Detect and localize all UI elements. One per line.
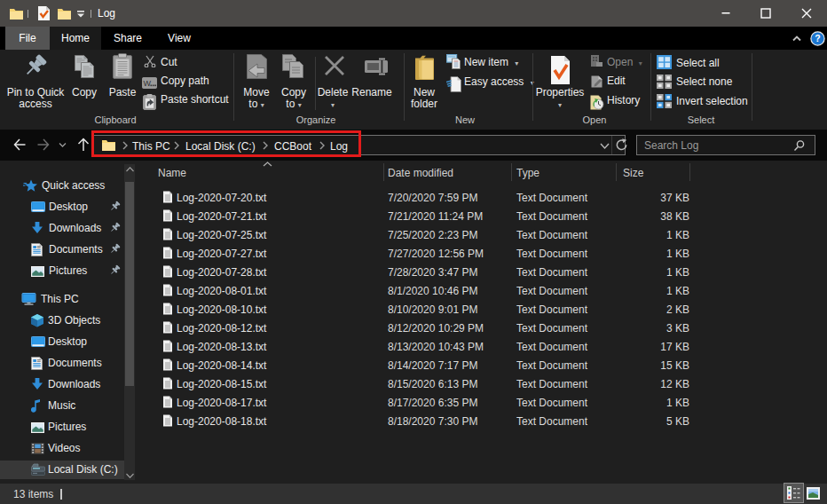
svg-text:W: W xyxy=(144,79,152,88)
svg-text:?: ? xyxy=(815,33,820,43)
